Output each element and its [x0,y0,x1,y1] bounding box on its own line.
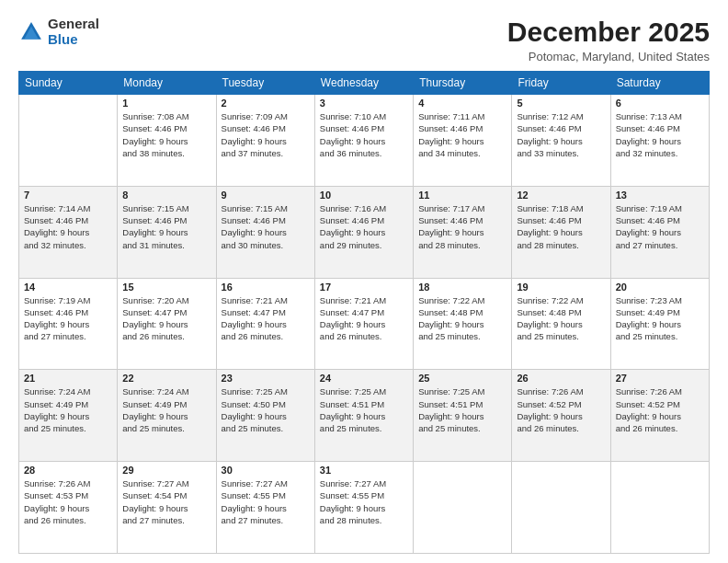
day-number: 28 [24,465,112,476]
table-row: 30Sunrise: 7:27 AM Sunset: 4:55 PM Dayli… [216,462,314,554]
table-row: 24Sunrise: 7:25 AM Sunset: 4:51 PM Dayli… [314,370,413,462]
day-info: Sunrise: 7:26 AM Sunset: 4:52 PM Dayligh… [616,385,704,434]
logo-icon [18,19,44,45]
table-row: 9Sunrise: 7:15 AM Sunset: 4:46 PM Daylig… [216,186,314,278]
table-row: 3Sunrise: 7:10 AM Sunset: 4:46 PM Daylig… [314,95,413,187]
table-row: 1Sunrise: 7:08 AM Sunset: 4:46 PM Daylig… [118,95,216,187]
calendar-week-5: 28Sunrise: 7:26 AM Sunset: 4:53 PM Dayli… [19,462,710,554]
day-number: 15 [122,282,210,293]
day-info: Sunrise: 7:12 AM Sunset: 4:46 PM Dayligh… [517,110,605,159]
day-number: 2 [222,98,310,109]
main-title: December 2025 [507,17,710,48]
col-header-saturday: Saturday [610,72,709,95]
day-number: 9 [222,190,310,201]
day-info: Sunrise: 7:27 AM Sunset: 4:55 PM Dayligh… [222,477,310,526]
col-header-wednesday: Wednesday [314,72,413,95]
col-header-tuesday: Tuesday [216,72,314,95]
table-row: 4Sunrise: 7:11 AM Sunset: 4:46 PM Daylig… [414,95,512,187]
table-row: 7Sunrise: 7:14 AM Sunset: 4:46 PM Daylig… [19,186,118,278]
day-number: 7 [24,190,112,201]
subtitle: Potomac, Maryland, United States [507,50,710,63]
table-row: 12Sunrise: 7:18 AM Sunset: 4:46 PM Dayli… [512,186,610,278]
day-number: 24 [320,373,408,384]
table-row: 6Sunrise: 7:13 AM Sunset: 4:46 PM Daylig… [610,95,709,187]
day-number: 16 [222,282,310,293]
table-row: 5Sunrise: 7:12 AM Sunset: 4:46 PM Daylig… [512,95,610,187]
page: General Blue December 2025 Potomac, Mary… [0,0,728,563]
day-number: 26 [517,373,605,384]
day-number: 6 [616,98,704,109]
day-info: Sunrise: 7:26 AM Sunset: 4:52 PM Dayligh… [517,385,605,434]
logo-general-text: General [48,17,99,32]
day-number: 1 [122,98,210,109]
day-number: 20 [616,282,704,293]
day-number: 12 [517,190,605,201]
table-row: 25Sunrise: 7:25 AM Sunset: 4:51 PM Dayli… [414,370,512,462]
day-number: 31 [320,465,408,476]
calendar-week-1: 1Sunrise: 7:08 AM Sunset: 4:46 PM Daylig… [19,95,710,187]
table-row: 23Sunrise: 7:25 AM Sunset: 4:50 PM Dayli… [216,370,314,462]
col-header-thursday: Thursday [414,72,512,95]
day-info: Sunrise: 7:14 AM Sunset: 4:46 PM Dayligh… [24,202,112,251]
table-row: 28Sunrise: 7:26 AM Sunset: 4:53 PM Dayli… [19,462,118,554]
table-row: 20Sunrise: 7:23 AM Sunset: 4:49 PM Dayli… [610,278,709,370]
table-row [414,462,512,554]
day-info: Sunrise: 7:10 AM Sunset: 4:46 PM Dayligh… [320,110,408,159]
day-info: Sunrise: 7:13 AM Sunset: 4:46 PM Dayligh… [616,110,704,159]
day-info: Sunrise: 7:18 AM Sunset: 4:46 PM Dayligh… [517,202,605,251]
header: General Blue December 2025 Potomac, Mary… [18,17,710,63]
table-row: 2Sunrise: 7:09 AM Sunset: 4:46 PM Daylig… [216,95,314,187]
day-number: 19 [517,282,605,293]
day-info: Sunrise: 7:16 AM Sunset: 4:46 PM Dayligh… [320,202,408,251]
day-number: 23 [222,373,310,384]
day-info: Sunrise: 7:15 AM Sunset: 4:46 PM Dayligh… [222,202,310,251]
table-row: 26Sunrise: 7:26 AM Sunset: 4:52 PM Dayli… [512,370,610,462]
col-header-sunday: Sunday [19,72,118,95]
day-number: 11 [418,190,506,201]
table-row: 14Sunrise: 7:19 AM Sunset: 4:46 PM Dayli… [19,278,118,370]
day-number: 10 [320,190,408,201]
day-info: Sunrise: 7:21 AM Sunset: 4:47 PM Dayligh… [320,294,408,343]
day-number: 13 [616,190,704,201]
table-row [19,95,118,187]
day-info: Sunrise: 7:09 AM Sunset: 4:46 PM Dayligh… [222,110,310,159]
table-row: 16Sunrise: 7:21 AM Sunset: 4:47 PM Dayli… [216,278,314,370]
day-info: Sunrise: 7:19 AM Sunset: 4:46 PM Dayligh… [24,294,112,343]
table-row: 22Sunrise: 7:24 AM Sunset: 4:49 PM Dayli… [118,370,216,462]
table-row: 29Sunrise: 7:27 AM Sunset: 4:54 PM Dayli… [118,462,216,554]
day-number: 4 [418,98,506,109]
calendar-week-3: 14Sunrise: 7:19 AM Sunset: 4:46 PM Dayli… [19,278,710,370]
calendar-table: Sunday Monday Tuesday Wednesday Thursday… [18,71,710,554]
day-info: Sunrise: 7:11 AM Sunset: 4:46 PM Dayligh… [418,110,506,159]
day-info: Sunrise: 7:24 AM Sunset: 4:49 PM Dayligh… [24,385,112,434]
table-row: 31Sunrise: 7:27 AM Sunset: 4:55 PM Dayli… [314,462,413,554]
day-number: 14 [24,282,112,293]
table-row: 21Sunrise: 7:24 AM Sunset: 4:49 PM Dayli… [19,370,118,462]
calendar-week-2: 7Sunrise: 7:14 AM Sunset: 4:46 PM Daylig… [19,186,710,278]
table-row: 19Sunrise: 7:22 AM Sunset: 4:48 PM Dayli… [512,278,610,370]
table-row: 15Sunrise: 7:20 AM Sunset: 4:47 PM Dayli… [118,278,216,370]
day-number: 25 [418,373,506,384]
day-info: Sunrise: 7:25 AM Sunset: 4:51 PM Dayligh… [320,385,408,434]
day-number: 8 [122,190,210,201]
day-info: Sunrise: 7:22 AM Sunset: 4:48 PM Dayligh… [418,294,506,343]
table-row [512,462,610,554]
day-info: Sunrise: 7:25 AM Sunset: 4:51 PM Dayligh… [418,385,506,434]
day-info: Sunrise: 7:17 AM Sunset: 4:46 PM Dayligh… [418,202,506,251]
day-number: 21 [24,373,112,384]
logo: General Blue [18,17,99,47]
table-row: 17Sunrise: 7:21 AM Sunset: 4:47 PM Dayli… [314,278,413,370]
day-number: 18 [418,282,506,293]
logo-text: General Blue [48,17,99,47]
table-row: 8Sunrise: 7:15 AM Sunset: 4:46 PM Daylig… [118,186,216,278]
col-header-friday: Friday [512,72,610,95]
day-number: 17 [320,282,408,293]
day-info: Sunrise: 7:20 AM Sunset: 4:47 PM Dayligh… [122,294,210,343]
day-info: Sunrise: 7:25 AM Sunset: 4:50 PM Dayligh… [222,385,310,434]
day-number: 29 [122,465,210,476]
day-number: 30 [222,465,310,476]
day-info: Sunrise: 7:24 AM Sunset: 4:49 PM Dayligh… [122,385,210,434]
day-number: 22 [122,373,210,384]
table-row [610,462,709,554]
calendar-header-row: Sunday Monday Tuesday Wednesday Thursday… [19,72,710,95]
